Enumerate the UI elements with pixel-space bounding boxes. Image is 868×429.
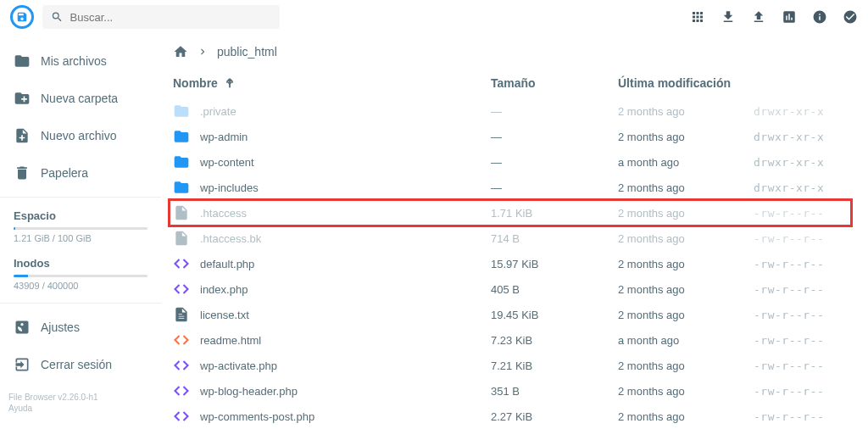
breadcrumb-folder[interactable]: public_html — [217, 45, 277, 58]
file-name: wp-includes — [200, 181, 259, 194]
sidebar-label: Nueva carpeta — [41, 92, 118, 105]
sidebar-trash[interactable]: Papelera — [0, 154, 161, 192]
file-row[interactable]: wp-comments-post.php2.27 KiB2 months ago… — [173, 404, 848, 427]
file-size: 19.45 KiB — [491, 309, 618, 321]
inodes-label: Inodos — [0, 250, 161, 271]
file-row[interactable]: wp-activate.php7.21 KiB2 months ago-rw-r… — [173, 353, 848, 378]
file-name: .htaccess.bk — [200, 232, 261, 245]
settings-icon — [14, 319, 31, 336]
breadcrumb: public_html — [173, 41, 848, 71]
sidebar-settings[interactable]: Ajustes — [0, 309, 161, 346]
space-label: Espacio — [0, 203, 161, 224]
trash-icon — [14, 164, 31, 181]
file-modified: 2 months ago — [618, 309, 754, 321]
file-name: wp-blog-header.php — [200, 385, 298, 398]
sidebar-label: Nuevo archivo — [41, 129, 117, 142]
search-box[interactable] — [42, 5, 280, 29]
file-name: wp-activate.php — [200, 359, 277, 372]
file-modified: 2 months ago — [618, 410, 754, 423]
home-icon[interactable] — [173, 44, 188, 59]
sidebar-my-files[interactable]: Mis archivos — [0, 42, 161, 80]
help-link[interactable]: Ayuda — [8, 403, 153, 414]
file-size: 15.97 KiB — [491, 258, 618, 270]
file-modified: 2 months ago — [618, 232, 754, 245]
file-row[interactable]: wp-admin—2 months agodrwxr-xr-x — [173, 124, 848, 149]
file-type-icon — [173, 332, 190, 348]
file-size: 714 B — [491, 232, 618, 245]
header-modified[interactable]: Última modificación — [618, 76, 754, 90]
file-type-icon — [173, 382, 190, 399]
file-size: — — [491, 181, 618, 194]
download-icon[interactable] — [721, 9, 736, 25]
file-type-icon — [173, 408, 190, 425]
file-row[interactable]: default.php15.97 KiB2 months ago-rw-r--r… — [173, 251, 848, 276]
file-size: 351 B — [491, 385, 618, 398]
inodes-progress — [14, 275, 147, 277]
file-permissions: -rw-r--r-- — [754, 283, 848, 296]
header-size[interactable]: Tamaño — [491, 76, 618, 90]
info-icon[interactable] — [812, 9, 827, 25]
file-row[interactable]: index.php405 B2 months ago-rw-r--r-- — [173, 276, 848, 302]
file-modified: 2 months ago — [618, 359, 754, 372]
sidebar-label: Papelera — [41, 166, 88, 180]
file-type-icon — [173, 281, 190, 298]
file-type-icon — [173, 153, 190, 170]
file-row[interactable]: .htaccess1.71 KiB2 months ago-rw-r--r-- — [173, 200, 848, 226]
file-modified: 2 months ago — [618, 181, 754, 194]
inodes-value: 43909 / 400000 — [0, 279, 161, 298]
new-file-icon — [14, 127, 31, 144]
header-name[interactable]: Nombre — [173, 76, 491, 90]
file-size: 405 B — [491, 283, 618, 296]
file-row[interactable]: wp-content—a month agodrwxr-xr-x — [173, 149, 848, 175]
space-value: 1.21 GiB / 100 GiB — [0, 231, 161, 250]
file-type-icon — [173, 230, 190, 247]
file-size: — — [491, 156, 618, 169]
sidebar-label: Ajustes — [41, 320, 80, 334]
grid-view-icon[interactable] — [690, 9, 705, 25]
sort-asc-icon — [223, 76, 236, 90]
file-name: wp-content — [200, 156, 254, 169]
file-type-icon — [173, 357, 190, 374]
file-name: index.php — [200, 283, 248, 296]
file-permissions: -rw-r--r-- — [754, 258, 848, 270]
file-permissions: drwxr-xr-x — [754, 105, 848, 118]
upload-icon[interactable] — [751, 9, 766, 25]
sidebar-logout[interactable]: Cerrar sesión — [0, 346, 161, 383]
sidebar-new-file[interactable]: Nuevo archivo — [0, 117, 161, 154]
file-size: 7.23 KiB — [491, 334, 618, 347]
file-modified: a month ago — [618, 334, 754, 347]
folder-icon — [14, 53, 31, 70]
stats-icon[interactable] — [782, 9, 797, 25]
file-size: 7.21 KiB — [491, 359, 618, 372]
file-row[interactable]: .htaccess.bk714 B2 months ago-rw-r--r-- — [173, 226, 848, 251]
file-name: .htaccess — [200, 207, 247, 220]
file-type-icon — [173, 103, 190, 120]
check-icon[interactable] — [843, 9, 858, 25]
file-permissions: -rw-r--r-- — [754, 385, 848, 398]
sidebar-new-folder[interactable]: Nueva carpeta — [0, 80, 161, 117]
file-modified: 2 months ago — [618, 385, 754, 398]
file-name: .private — [200, 105, 236, 118]
app-logo[interactable] — [10, 5, 34, 29]
file-size: 1.71 KiB — [491, 207, 618, 220]
version-text: File Browser v2.26.0-h1 — [8, 392, 153, 403]
file-row[interactable]: .private—2 months agodrwxr-xr-x — [173, 98, 848, 124]
sidebar-label: Mis archivos — [41, 54, 107, 68]
file-permissions: drwxr-xr-x — [754, 131, 848, 143]
file-modified: 2 months ago — [618, 207, 754, 220]
file-name: wp-comments-post.php — [200, 410, 314, 423]
file-size: — — [491, 105, 618, 118]
file-row[interactable]: readme.html7.23 KiBa month ago-rw-r--r-- — [173, 327, 848, 353]
file-permissions: -rw-r--r-- — [754, 309, 848, 321]
file-modified: 2 months ago — [618, 131, 754, 143]
file-name: readme.html — [200, 334, 261, 347]
file-name: wp-admin — [200, 131, 248, 143]
file-row[interactable]: license.txt19.45 KiB2 months ago-rw-r--r… — [173, 302, 848, 327]
file-permissions: -rw-r--r-- — [754, 410, 848, 423]
file-row[interactable]: wp-includes—2 months agodrwxr-xr-x — [173, 175, 848, 200]
search-input[interactable] — [70, 11, 271, 24]
logout-icon — [14, 356, 31, 373]
sidebar-label: Cerrar sesión — [41, 358, 112, 371]
file-permissions: -rw-r--r-- — [754, 232, 848, 245]
file-row[interactable]: wp-blog-header.php351 B2 months ago-rw-r… — [173, 378, 848, 404]
